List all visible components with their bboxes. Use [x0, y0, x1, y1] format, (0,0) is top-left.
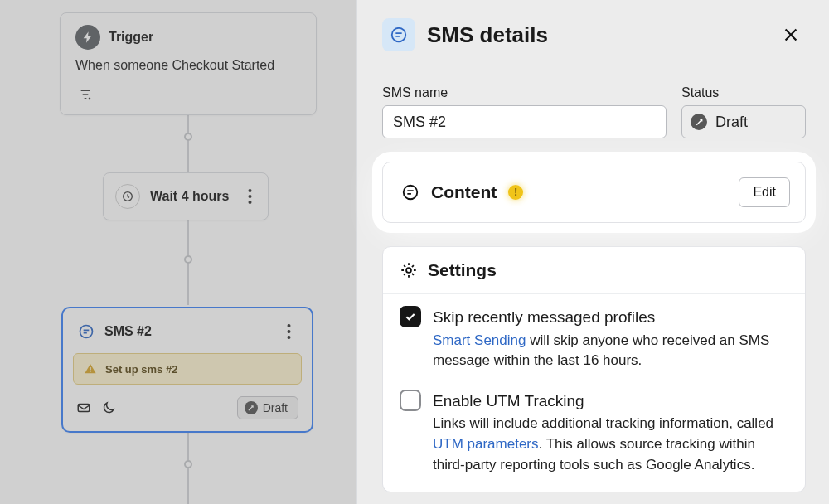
- sms-icon: [382, 18, 415, 51]
- connector-dot: [184, 460, 192, 468]
- status-value: Draft: [715, 114, 748, 131]
- status-field-label: Status: [681, 85, 806, 100]
- svg-point-5: [287, 324, 290, 327]
- moon-icon[interactable]: [101, 400, 116, 415]
- status-dot-icon: [691, 114, 707, 130]
- svg-point-11: [392, 28, 406, 42]
- content-warning-badge: !: [508, 185, 523, 200]
- settings-card: Settings Skip recently messaged profiles…: [382, 246, 806, 492]
- sms-setup-warning: Set up sms #2: [73, 353, 302, 385]
- content-card: Content ! Edit: [382, 162, 806, 223]
- trigger-label: Trigger: [109, 30, 153, 45]
- panel-title: SMS details: [427, 22, 764, 48]
- sms-warning-text: Set up sms #2: [105, 363, 177, 376]
- details-panel: SMS details SMS name SMS #2 Status Draft: [356, 0, 829, 504]
- gear-icon: [400, 261, 418, 279]
- sms-name-input[interactable]: SMS #2: [382, 105, 667, 138]
- sms-node-selected[interactable]: SMS #2 Set up sms #2: [61, 307, 313, 433]
- content-icon: [401, 183, 419, 201]
- svg-point-13: [406, 268, 411, 273]
- sms-more-menu[interactable]: [279, 318, 298, 345]
- svg-point-1: [248, 189, 251, 192]
- svg-point-6: [287, 330, 290, 333]
- sms-status-text: Draft: [263, 401, 288, 414]
- clock-icon: [115, 184, 140, 209]
- connector-line: [187, 110, 189, 172]
- sms-status-pill: Draft: [237, 396, 298, 419]
- panel-header: SMS details: [357, 0, 829, 70]
- name-field-label: SMS name: [382, 85, 667, 100]
- flow-canvas: Trigger When someone Checkout Started Wa…: [0, 0, 356, 504]
- status-display: Draft: [681, 105, 806, 138]
- settings-title: Settings: [428, 260, 497, 280]
- svg-point-2: [248, 195, 251, 198]
- envelope-icon[interactable]: [76, 400, 91, 415]
- svg-point-3: [248, 201, 251, 204]
- wait-node[interactable]: Wait 4 hours: [103, 172, 269, 220]
- trigger-description: When someone Checkout Started: [75, 58, 301, 73]
- connector-dot: [184, 133, 192, 141]
- wait-more-menu[interactable]: [240, 183, 259, 210]
- bolt-icon: [75, 25, 100, 50]
- close-button[interactable]: [776, 20, 806, 50]
- status-dot-icon: [245, 401, 258, 414]
- utm-title: Enable UTM Tracking: [433, 390, 788, 413]
- wait-label: Wait 4 hours: [150, 189, 230, 204]
- sms-icon: [76, 322, 96, 342]
- svg-point-12: [404, 186, 418, 200]
- connector-dot: [184, 255, 192, 264]
- warning-triangle-icon: [84, 362, 97, 376]
- sms-name-value: SMS #2: [393, 114, 446, 131]
- content-title: Content: [431, 182, 497, 202]
- svg-rect-9: [90, 371, 90, 371]
- skip-recent-checkbox[interactable]: [400, 306, 421, 327]
- filter-icon[interactable]: [75, 85, 95, 104]
- edit-content-button[interactable]: Edit: [739, 177, 790, 207]
- svg-rect-10: [78, 405, 90, 412]
- utm-checkbox[interactable]: [400, 390, 421, 411]
- svg-rect-8: [90, 367, 90, 370]
- utm-desc-pre: Links will include additional tracking i…: [433, 415, 773, 431]
- svg-point-7: [287, 336, 290, 339]
- skip-recent-title: Skip recently messaged profiles: [433, 306, 788, 329]
- trigger-node[interactable]: Trigger When someone Checkout Started: [60, 12, 317, 115]
- sms-node-title: SMS #2: [104, 324, 270, 339]
- utm-parameters-link[interactable]: UTM parameters: [433, 436, 539, 452]
- svg-point-4: [80, 326, 93, 338]
- smart-sending-link[interactable]: Smart Sending: [433, 332, 526, 348]
